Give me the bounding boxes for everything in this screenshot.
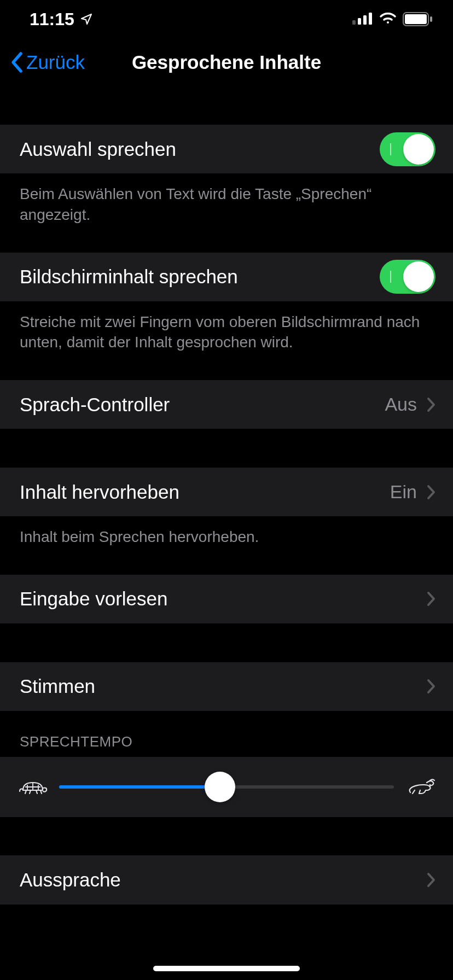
svg-rect-0 <box>352 20 356 25</box>
svg-rect-3 <box>369 13 372 25</box>
status-left: 11:15 <box>30 9 93 30</box>
chevron-right-icon <box>427 397 435 412</box>
speech-controller-label: Sprach-Controller <box>20 394 170 416</box>
speaking-rate-header: SPRECHTEMPO <box>0 711 453 757</box>
home-indicator[interactable] <box>153 966 300 971</box>
highlight-content-label: Inhalt hervorheben <box>20 481 179 503</box>
speak-screen-row[interactable]: Bildschirminhalt sprechen <box>0 253 453 302</box>
voices-label: Stimmen <box>20 675 95 697</box>
pronunciations-row[interactable]: Aussprache <box>0 855 453 905</box>
pronunciations-label: Aussprache <box>20 869 121 891</box>
back-button[interactable]: Zurück <box>10 51 85 73</box>
battery-icon <box>403 12 433 26</box>
page-title: Gesprochene Inhalte <box>132 51 321 73</box>
speaking-rate-slider[interactable] <box>59 775 394 799</box>
status-time: 11:15 <box>30 9 74 30</box>
chevron-right-icon <box>427 591 435 606</box>
location-icon <box>80 13 93 26</box>
wifi-icon <box>379 13 397 26</box>
speech-controller-row[interactable]: Sprach-Controller Aus <box>0 380 453 429</box>
back-label: Zurück <box>26 51 85 73</box>
content: Auswahl sprechen Beim Auswählen von Text… <box>0 86 453 905</box>
svg-rect-5 <box>405 14 427 24</box>
speak-selection-toggle[interactable] <box>380 132 435 166</box>
hare-icon <box>405 777 435 797</box>
chevron-left-icon <box>10 51 23 73</box>
typing-feedback-row[interactable]: Eingabe vorlesen <box>0 575 453 624</box>
highlight-content-row[interactable]: Inhalt hervorheben Ein <box>0 468 453 517</box>
navigation-bar: Zurück Gesprochene Inhalte <box>0 38 453 86</box>
highlight-content-footer: Inhalt beim Sprechen hervorheben. <box>0 517 453 557</box>
voices-row[interactable]: Stimmen <box>0 662 453 711</box>
tortoise-icon <box>18 777 48 797</box>
status-right <box>352 12 433 26</box>
chevron-right-icon <box>427 485 435 500</box>
speak-selection-row[interactable]: Auswahl sprechen <box>0 125 453 174</box>
cellular-icon <box>352 13 373 26</box>
svg-rect-6 <box>430 16 432 22</box>
speak-screen-label: Bildschirminhalt sprechen <box>20 266 238 288</box>
speaking-rate-slider-row <box>0 757 453 817</box>
speech-controller-value: Aus <box>385 394 417 415</box>
svg-rect-1 <box>358 18 361 25</box>
speak-selection-footer: Beim Auswählen von Text wird die Taste „… <box>0 174 453 235</box>
chevron-right-icon <box>427 872 435 888</box>
svg-rect-2 <box>363 15 367 25</box>
speak-screen-footer: Streiche mit zwei Fingern vom oberen Bil… <box>0 302 453 363</box>
chevron-right-icon <box>427 679 435 694</box>
speak-selection-label: Auswahl sprechen <box>20 138 176 160</box>
highlight-content-value: Ein <box>390 481 417 503</box>
speak-screen-toggle[interactable] <box>380 260 435 294</box>
typing-feedback-label: Eingabe vorlesen <box>20 588 167 610</box>
status-bar: 11:15 <box>0 0 453 38</box>
svg-point-7 <box>429 784 431 785</box>
